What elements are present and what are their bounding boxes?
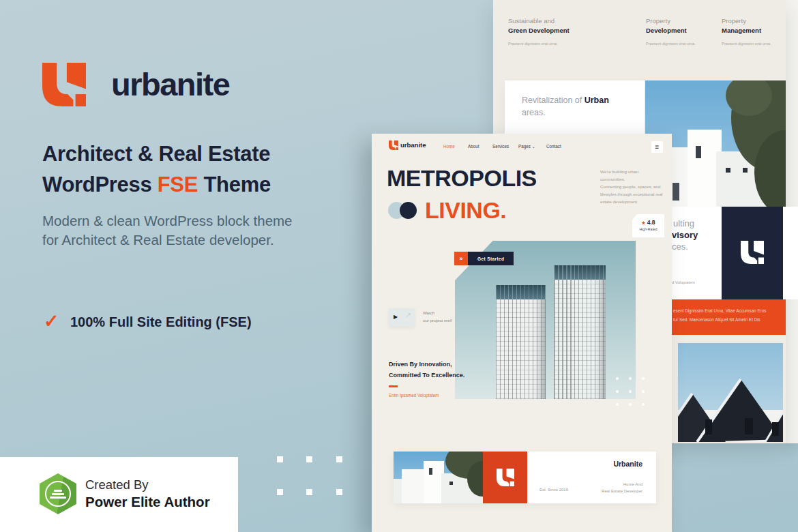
rating-badge: ★ 4.8 High-Rated xyxy=(632,214,664,237)
urbanite-logo-mark xyxy=(497,469,514,486)
tower-right xyxy=(554,265,606,399)
orange-divider xyxy=(389,385,398,387)
hero-paragraph: We're building urban communities. Connec… xyxy=(600,168,663,205)
double-arrow-icon: » xyxy=(454,252,468,265)
footer-brand: Urbanite xyxy=(613,460,642,468)
feature-desc: Praesent dignissim erat urna. xyxy=(646,42,714,46)
feature-title-top: Property xyxy=(646,16,714,26)
dot xyxy=(616,377,619,380)
dot xyxy=(642,390,645,393)
dot xyxy=(616,403,619,406)
get-started-button[interactable]: » Get Started xyxy=(454,252,514,265)
video-thumbnail[interactable]: ▶ ↗ xyxy=(389,308,415,327)
feature-column: Sustainable and Green Development Praese… xyxy=(508,16,634,46)
voluptatem-link[interactable]: Enim Ipsamed Voluptatem xyxy=(389,393,439,398)
badge-author-name: Power Elite Author xyxy=(85,494,210,510)
nav-item-pages[interactable]: Pages⌄ xyxy=(518,144,535,149)
rating-value: 4.8 xyxy=(647,219,655,226)
square-decoration xyxy=(336,489,342,495)
feature-title-bottom: Management xyxy=(722,26,786,35)
footer-house-photo xyxy=(394,452,483,503)
footer-description: Home AndReal Estate Developer xyxy=(602,482,642,494)
dot xyxy=(616,390,619,393)
site-brand[interactable]: urbanite xyxy=(400,141,426,149)
dot xyxy=(629,390,632,393)
cut-text-line1: ulting xyxy=(673,218,694,228)
square-decoration xyxy=(277,456,283,462)
front-page-screenshot: urbanite Home About Services Pages⌄ Cont… xyxy=(372,134,672,532)
nav-item-home[interactable]: Home xyxy=(443,144,455,149)
hero-title-line2: LIVING. xyxy=(425,197,506,224)
hamburger-menu-button[interactable]: ≡ xyxy=(651,141,663,153)
feature-title-bottom: Development xyxy=(646,26,714,35)
revitalization-text: Revitalization of Urbanareas. xyxy=(522,94,609,119)
hamburger-icon: ≡ xyxy=(655,143,660,151)
site-footer-card: Urbanite Est. Since 2016 Home AndReal Es… xyxy=(394,452,656,503)
footer-established: Est. Since 2016 xyxy=(540,488,568,492)
square-decoration xyxy=(277,489,283,495)
nav-item-about[interactable]: About xyxy=(468,144,479,149)
feature-column: Property Development Praesent dignissim … xyxy=(646,16,714,46)
dot xyxy=(642,377,645,380)
urbanite-logo-mark xyxy=(389,141,398,150)
rating-label: High-Rated xyxy=(632,227,664,231)
revitalization-card: Revitalization of Urbanareas. xyxy=(505,80,645,135)
star-icon: ★ xyxy=(641,220,645,225)
navy-logo-tile xyxy=(722,207,783,299)
product-title: Architect & Real Estate WordPress FSE Th… xyxy=(42,138,271,200)
feature-desc: Praesent dignissim erat urna. xyxy=(722,42,786,46)
fse-accent: FSE xyxy=(158,173,198,196)
feature-title-top: Property xyxy=(722,16,786,26)
feature-column: Property Management Praesent dignissim e… xyxy=(722,16,786,46)
dot xyxy=(642,403,645,406)
urbanite-logo-mark xyxy=(741,241,764,264)
footer-logo-tile xyxy=(483,452,527,503)
urbanite-logo-mark xyxy=(42,63,86,106)
circle-decoration-dark xyxy=(400,202,417,219)
get-started-label: Get Started xyxy=(468,252,514,265)
banner-text-line1: esent Dignissim Erat Urna, Vitae Accumsa… xyxy=(673,308,766,313)
tagline: Driven By Innovation,Committed To Excell… xyxy=(389,359,464,381)
square-decoration xyxy=(306,456,312,462)
rooftops-photo xyxy=(678,343,783,442)
cut-text-line3: ces. xyxy=(672,241,688,252)
square-decoration xyxy=(306,489,312,495)
feature-title-top: Sustainable and xyxy=(508,16,634,26)
cut-caption: d Voluptatem xyxy=(672,280,695,284)
sketch-arrow-icon: ↗ xyxy=(406,311,411,319)
cut-text-line2: visory xyxy=(672,230,698,240)
nav-item-contact[interactable]: Contact xyxy=(546,144,561,149)
nav-item-services[interactable]: Services xyxy=(492,144,509,149)
dot xyxy=(629,403,632,406)
promo-canvas: Sustainable and Green Development Praese… xyxy=(0,0,798,532)
badge-created-by: Created By xyxy=(85,477,149,492)
feature-title-bottom: Green Development xyxy=(508,26,634,35)
banner-text-line2: tur Sed. Maecenason Aliquet Sit Ametri E… xyxy=(673,317,760,322)
tower-left xyxy=(496,285,546,399)
feature-desc: Praesent dignissim erat urna. xyxy=(508,42,634,46)
product-subtitle: Modern & clean WordPress block themefor … xyxy=(42,211,293,250)
video-caption: Watchour project reel! xyxy=(423,310,452,324)
feature-highlight: 100% Full Site Editing (FSE) xyxy=(70,314,252,330)
square-decoration xyxy=(336,456,342,462)
hero-title-line1: METROPOLIS xyxy=(387,165,537,192)
dot xyxy=(629,377,632,380)
chevron-down-icon: ⌄ xyxy=(532,145,535,149)
brand-name: urbanite xyxy=(111,65,229,103)
check-icon: ✓ xyxy=(44,310,59,332)
play-icon: ▶ xyxy=(394,314,398,320)
